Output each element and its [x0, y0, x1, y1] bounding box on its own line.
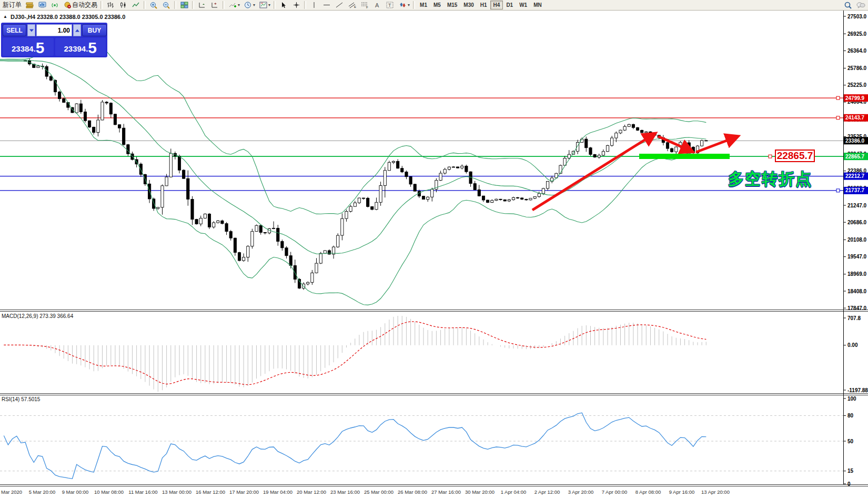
chat-icon [856, 1, 865, 9]
separator [144, 1, 146, 9]
rsi-axis-tick: 50 [847, 439, 854, 444]
x-axis-tick: 26 Mar 08:00 [398, 489, 427, 495]
symbol-marker-icon: ▲ [3, 14, 7, 19]
turning-point-label: 多空转折点 [728, 168, 812, 190]
chat-button[interactable] [854, 1, 867, 9]
y-axis-tick: 19547.0 [847, 254, 867, 260]
new-order-button[interactable]: 新订单 [1, 1, 23, 9]
svg-text:E: E [354, 5, 356, 8]
text-label-button[interactable]: T [383, 1, 396, 9]
volume-increase-button[interactable] [73, 24, 81, 36]
indicators-button[interactable]: ▾ [226, 1, 241, 9]
volume-decrease-button[interactable] [27, 24, 35, 36]
vertical-line-button[interactable] [308, 1, 320, 9]
timeframe-m30[interactable]: M30 [460, 1, 477, 9]
x-axis-tick: 19 Mar 04:00 [263, 489, 292, 495]
timeframe-h1[interactable]: H1 [477, 1, 490, 9]
y-axis-tick: 25786.0 [847, 65, 867, 71]
x-axis-tick: 13 Mar 00:00 [162, 489, 191, 495]
clock-icon [243, 1, 253, 9]
y-axis-tick: 17847.0 [847, 305, 867, 311]
separator [174, 1, 176, 9]
tile-windows-button[interactable] [178, 1, 190, 9]
chart-shift-button[interactable] [208, 1, 221, 9]
timeframe-h4[interactable]: H4 [490, 1, 503, 9]
y-axis-tick: 18408.0 [847, 288, 867, 294]
equidistant-channel-button[interactable]: E [346, 1, 358, 9]
spinner-up-icon [75, 29, 79, 32]
chart-canvas[interactable]: 27503.026925.026364.025786.025225.024664… [0, 0, 868, 498]
y-axis-tick: 26925.0 [847, 31, 867, 37]
x-axis-tick: 16 Mar 12:00 [196, 489, 225, 495]
dropdown-caret: ▾ [253, 3, 255, 7]
separator [304, 1, 306, 9]
sell-button[interactable]: SELL [3, 24, 26, 36]
sell-price-display[interactable]: 23384.5 [3, 38, 54, 56]
arrows-button[interactable]: ▾ [396, 1, 411, 9]
x-axis-tick: 9 Mar 00:00 [62, 489, 89, 495]
x-axis-tick: 7 Apr 00:00 [602, 489, 628, 495]
cursor-button[interactable] [277, 1, 290, 9]
timeframe-d1[interactable]: D1 [503, 1, 516, 9]
vertical-line-icon [309, 1, 319, 9]
y-axis-tick: 20686.0 [847, 220, 867, 225]
x-axis-tick: 8 Apr 08:00 [635, 489, 661, 495]
x-axis-tick: 30 Mar 20:00 [465, 489, 494, 495]
periods-button[interactable]: ▾ [241, 1, 257, 9]
timeframe-m1[interactable]: M1 [417, 1, 430, 9]
separator [274, 1, 276, 9]
rsi-axis-tick: 0 [847, 481, 851, 487]
horizontal-line-icon [322, 1, 331, 9]
macd-indicator-label: MACD(12,26,9) 273.39 366.64 [2, 313, 73, 319]
autotrading-button[interactable]: 自动交易 [61, 1, 99, 9]
signals-button[interactable] [48, 1, 61, 9]
symbol-period-label: DJ30-,H4 [11, 14, 35, 20]
x-axis-tick: 20 Mar 12:00 [297, 489, 326, 495]
horizontal-line-button[interactable] [320, 1, 333, 9]
ohlc-values: 23328.0 23388.0 23305.0 23386.0 [37, 14, 125, 20]
add-indicator-icon [228, 1, 237, 9]
bars-chart-icon [106, 1, 115, 9]
trendline-button[interactable] [333, 1, 346, 9]
x-axis-tick: 25 Mar 00:00 [364, 489, 393, 495]
x-axis-tick: 2 Apr 12:00 [534, 489, 560, 495]
line-chart-button[interactable] [129, 1, 142, 9]
y-axis-tick: 25225.0 [847, 82, 867, 88]
buy-price-display[interactable]: 23394.5 [55, 38, 106, 56]
rsi-axis-tick: 100 [847, 396, 856, 402]
auto-scroll-button[interactable] [196, 1, 208, 9]
macd-axis-tick: 0.00 [847, 342, 858, 348]
zoom-in-button[interactable] [147, 1, 160, 9]
trendline-icon [335, 1, 344, 9]
history-center-button[interactable] [23, 1, 36, 9]
svg-text:21737.7: 21737.7 [845, 187, 865, 193]
dropdown-caret: ▾ [238, 3, 240, 7]
x-axis-tick: 17 Mar 20:00 [229, 489, 259, 495]
bars-chart-button[interactable] [104, 1, 117, 9]
cursor-icon [279, 1, 288, 9]
timeframe-mn[interactable]: MN [530, 1, 545, 9]
autotrading-icon [63, 1, 72, 9]
text-button[interactable]: A [371, 1, 383, 9]
x-axis-tick: 5 Mar 20:00 [29, 489, 56, 495]
zoom-out-button[interactable] [160, 1, 173, 9]
macd-axis-tick: -1197.88 [847, 387, 868, 393]
buy-button[interactable]: BUY [82, 24, 107, 36]
timeframe-m5[interactable]: M5 [430, 1, 444, 9]
fibonacci-button[interactable]: F [358, 1, 371, 9]
crosshair-button[interactable] [290, 1, 302, 9]
timeframe-w1[interactable]: W1 [516, 1, 530, 9]
y-axis-tick: 27503.0 [847, 14, 867, 19]
text-icon: A [372, 1, 382, 9]
templates-button[interactable]: ▾ [257, 1, 272, 9]
x-axis-tick: 9 Apr 16:00 [669, 489, 695, 495]
candles-chart-button[interactable] [117, 1, 129, 9]
x-axis-tick: 23 Mar 16:00 [330, 489, 360, 495]
market-watch-button[interactable] [36, 1, 48, 9]
macd-axis-tick: 707.8 [847, 315, 861, 321]
timeframe-m15[interactable]: M15 [444, 1, 460, 9]
shapes-arrows-icon [398, 1, 407, 9]
svg-text:24143.7: 24143.7 [845, 115, 865, 121]
search-button[interactable] [842, 1, 854, 9]
volume-input[interactable] [36, 24, 72, 36]
